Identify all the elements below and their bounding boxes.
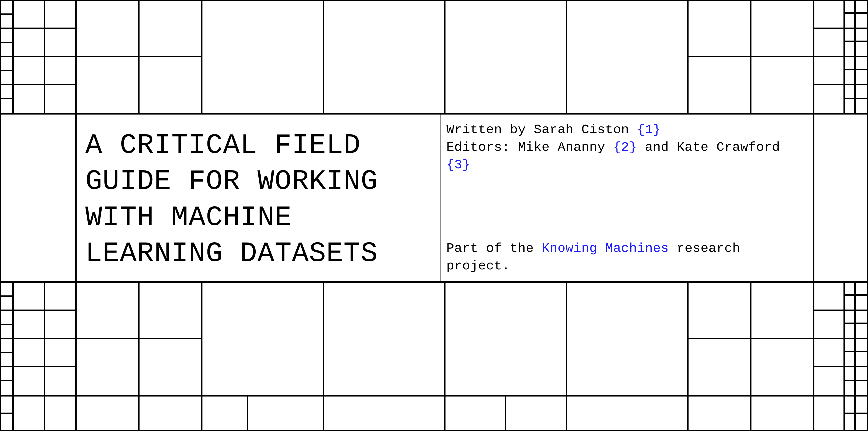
editors-label: Editors: [446, 140, 518, 155]
content-row: A CRITICAL FIELD GUIDE FOR WORKING WITH … [76, 114, 814, 282]
footnote-ref-2[interactable]: {2} [613, 140, 637, 155]
footnote-ref-1[interactable]: {1} [637, 122, 661, 137]
credits: Written by Sarah Ciston {1} Editors: Mik… [446, 121, 807, 174]
title-cell: A CRITICAL FIELD GUIDE FOR WORKING WITH … [76, 114, 441, 281]
project-prefix: Part of the [446, 241, 541, 256]
author-name: Sarah Ciston [534, 122, 629, 137]
written-by-label: Written by [446, 122, 534, 137]
editor-2-name: Kate Crawford [677, 140, 780, 155]
author-line: Written by Sarah Ciston {1} [446, 121, 807, 139]
meta-cell: Written by Sarah Ciston {1} Editors: Mik… [441, 114, 813, 281]
project-line: Part of the Knowing Machines research pr… [446, 240, 807, 275]
editor-1-name: Mike Ananny [518, 140, 605, 155]
editors-joiner: and [637, 140, 677, 155]
editors-line: Editors: Mike Ananny {2} and Kate Crawfo… [446, 139, 807, 174]
knowing-machines-link[interactable]: Knowing Machines [541, 241, 669, 256]
page-title: A CRITICAL FIELD GUIDE FOR WORKING WITH … [85, 128, 378, 272]
footnote-ref-3[interactable]: {3} [446, 158, 470, 172]
